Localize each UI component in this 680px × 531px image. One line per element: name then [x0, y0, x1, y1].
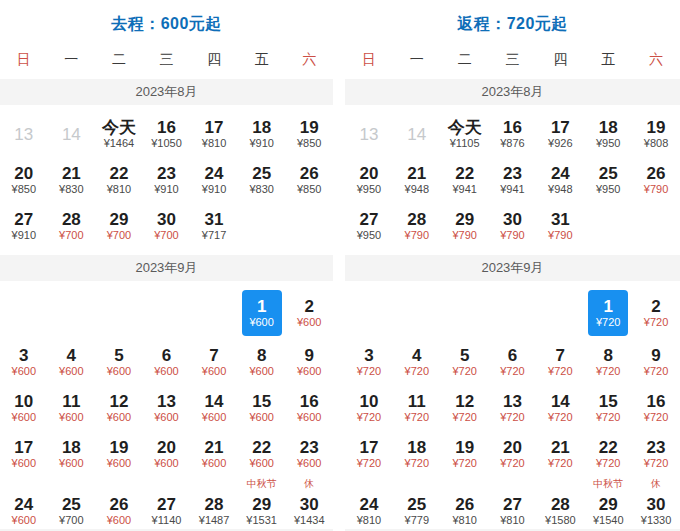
calendar-day-cell[interactable]: 13¥720	[489, 385, 537, 431]
calendar-day-cell[interactable]: 27¥910	[0, 203, 48, 249]
calendar-day-cell[interactable]: 休30¥1434	[285, 477, 333, 529]
calendar-day-cell[interactable]: 10¥720	[345, 385, 393, 431]
calendar-day-cell[interactable]: 26¥850	[285, 157, 333, 203]
calendar-day-cell[interactable]: 23¥720	[632, 431, 680, 477]
calendar-day-cell[interactable]: 22¥810	[95, 157, 143, 203]
calendar-day-cell[interactable]: 22¥600	[238, 431, 286, 477]
calendar-day-cell[interactable]: 23¥600	[285, 431, 333, 477]
calendar-day-cell[interactable]: 16¥1050	[143, 111, 191, 157]
calendar-day-cell[interactable]: 休30¥1330	[632, 477, 680, 529]
calendar-day-cell[interactable]: 31¥790	[536, 203, 584, 249]
calendar-day-cell[interactable]: 1¥600	[238, 287, 286, 339]
calendar-day-cell[interactable]: 8¥600	[238, 339, 286, 385]
calendar-day-cell[interactable]: 18¥950	[584, 111, 632, 157]
calendar-day-cell[interactable]: 4¥600	[48, 339, 96, 385]
calendar-day-cell[interactable]: 26¥600	[95, 477, 143, 529]
calendar-day-cell[interactable]: 15¥720	[584, 385, 632, 431]
calendar-day-cell[interactable]: 17¥720	[345, 431, 393, 477]
calendar-day-cell[interactable]: 11¥600	[48, 385, 96, 431]
calendar-day-cell[interactable]: 25¥950	[584, 157, 632, 203]
calendar-day-cell[interactable]: 17¥810	[190, 111, 238, 157]
calendar-day-cell[interactable]: 18¥600	[48, 431, 96, 477]
calendar-day-cell[interactable]: 27¥1140	[143, 477, 191, 529]
calendar-day-cell[interactable]: 中秋节29¥1531	[238, 477, 286, 529]
calendar-day-cell[interactable]: 26¥790	[632, 157, 680, 203]
calendar-day-cell[interactable]: 19¥850	[285, 111, 333, 157]
calendar-day-cell[interactable]: 20¥850	[0, 157, 48, 203]
calendar-day-cell[interactable]: 21¥948	[393, 157, 441, 203]
calendar-day-cell[interactable]: 2¥600	[285, 287, 333, 339]
calendar-day-cell[interactable]: 中秋节29¥1540	[584, 477, 632, 529]
calendar-day-cell[interactable]: 12¥720	[441, 385, 489, 431]
calendar-day-cell[interactable]: 16¥600	[285, 385, 333, 431]
calendar-day-cell[interactable]: 27¥810	[489, 477, 537, 529]
calendar-day-cell[interactable]: 7¥720	[536, 339, 584, 385]
calendar-day-cell[interactable]: 24¥600	[0, 477, 48, 529]
calendar-day-cell[interactable]: 21¥600	[190, 431, 238, 477]
calendar-day-cell[interactable]: 6¥720	[489, 339, 537, 385]
calendar-day-cell[interactable]: 9¥720	[632, 339, 680, 385]
calendar-day-cell[interactable]: 22¥941	[441, 157, 489, 203]
calendar-day-cell[interactable]: 19¥720	[441, 431, 489, 477]
calendar-day-cell[interactable]: 28¥1580	[536, 477, 584, 529]
calendar-day-cell[interactable]: 今天¥1464	[95, 111, 143, 157]
calendar-day-cell[interactable]: 28¥700	[48, 203, 96, 249]
calendar-day-cell[interactable]: 20¥720	[489, 431, 537, 477]
calendar-day-cell[interactable]: 4¥720	[393, 339, 441, 385]
calendar-day-cell[interactable]: 16¥876	[489, 111, 537, 157]
calendar-day-cell[interactable]: 3¥600	[0, 339, 48, 385]
calendar-day-cell[interactable]: 17¥600	[0, 431, 48, 477]
calendar-day-cell[interactable]: 今天¥1105	[441, 111, 489, 157]
calendar-day-cell[interactable]: 21¥830	[48, 157, 96, 203]
calendar-day-cell[interactable]: 24¥810	[345, 477, 393, 529]
calendar-day-cell[interactable]: 2¥720	[632, 287, 680, 339]
calendar-day-cell[interactable]: 28¥790	[393, 203, 441, 249]
calendar-day-cell[interactable]: 31¥717	[190, 203, 238, 249]
calendar-day-cell[interactable]: 28¥1487	[190, 477, 238, 529]
calendar-day-cell[interactable]: 23¥941	[489, 157, 537, 203]
calendar-day-cell[interactable]: 16¥720	[632, 385, 680, 431]
calendar-day-cell[interactable]: 22¥720	[584, 431, 632, 477]
calendar-day-cell[interactable]: 7¥600	[190, 339, 238, 385]
calendar-day-cell[interactable]: 18¥910	[238, 111, 286, 157]
calendar-day-cell[interactable]: 26¥810	[441, 477, 489, 529]
calendar-day-cell[interactable]: 30¥790	[489, 203, 537, 249]
calendar-day-cell[interactable]: 25¥830	[238, 157, 286, 203]
week-row: 20¥85021¥83022¥81023¥91024¥91025¥83026¥8…	[0, 157, 333, 203]
calendar-day-cell[interactable]: 17¥926	[536, 111, 584, 157]
price-label: ¥600	[202, 411, 226, 424]
empty-cell	[95, 287, 143, 339]
calendar-day-cell[interactable]: 23¥910	[143, 157, 191, 203]
calendar-day-cell[interactable]: 25¥779	[393, 477, 441, 529]
calendar-day-cell[interactable]: 1¥720	[584, 287, 632, 339]
calendar-day-cell[interactable]: 13¥600	[143, 385, 191, 431]
calendar-day-cell[interactable]: 14¥600	[190, 385, 238, 431]
calendar-day-cell[interactable]: 20¥950	[345, 157, 393, 203]
calendar-day-cell[interactable]: 11¥720	[393, 385, 441, 431]
calendar-day-cell[interactable]: 29¥790	[441, 203, 489, 249]
calendar-day-cell[interactable]: 21¥720	[536, 431, 584, 477]
calendar-day-cell[interactable]: 6¥600	[143, 339, 191, 385]
calendar-day-cell[interactable]: 8¥720	[584, 339, 632, 385]
calendar-day-cell[interactable]: 14¥720	[536, 385, 584, 431]
calendar-day-cell[interactable]: 19¥808	[632, 111, 680, 157]
calendar-day-cell[interactable]: 10¥600	[0, 385, 48, 431]
calendar-day-cell[interactable]: 20¥600	[143, 431, 191, 477]
calendar-day-cell[interactable]: 29¥700	[95, 203, 143, 249]
calendar-day-cell[interactable]: 3¥720	[345, 339, 393, 385]
calendar-day-cell[interactable]: 19¥600	[95, 431, 143, 477]
calendar-day-cell[interactable]: 25¥700	[48, 477, 96, 529]
calendar-day-cell[interactable]: 24¥948	[536, 157, 584, 203]
calendar-day-cell[interactable]: 24¥910	[190, 157, 238, 203]
weekday-label: 日	[0, 51, 48, 69]
calendar-day-cell[interactable]: 18¥720	[393, 431, 441, 477]
calendar-day-cell[interactable]: 30¥700	[143, 203, 191, 249]
calendar-day-cell[interactable]: 5¥600	[95, 339, 143, 385]
calendar-day-cell[interactable]: 12¥600	[95, 385, 143, 431]
calendar-day-cell[interactable]: 5¥720	[441, 339, 489, 385]
calendar-day-cell[interactable]: 9¥600	[285, 339, 333, 385]
calendar-day-cell[interactable]: 27¥950	[345, 203, 393, 249]
day-number: 20	[157, 438, 176, 457]
price-label: ¥1540	[593, 514, 624, 527]
calendar-day-cell[interactable]: 15¥600	[238, 385, 286, 431]
